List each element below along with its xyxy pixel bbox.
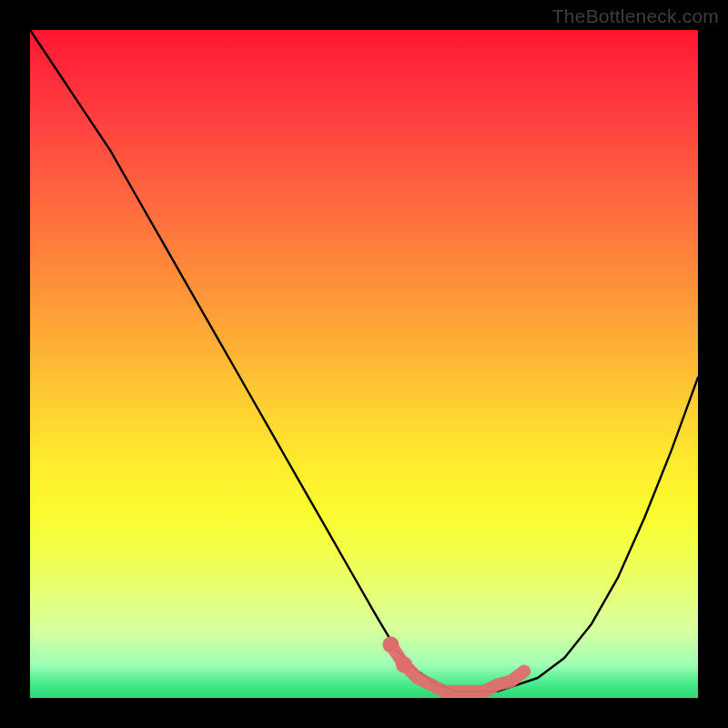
- bottleneck-curve: [30, 30, 698, 692]
- plot-area: [30, 30, 698, 698]
- curve-svg: [30, 30, 698, 698]
- chart-frame: TheBottleneck.com: [0, 0, 728, 728]
- optimal-zone-dot: [382, 636, 399, 652]
- optimal-zone-dot: [396, 656, 412, 672]
- watermark-text: TheBottleneck.com: [552, 5, 719, 27]
